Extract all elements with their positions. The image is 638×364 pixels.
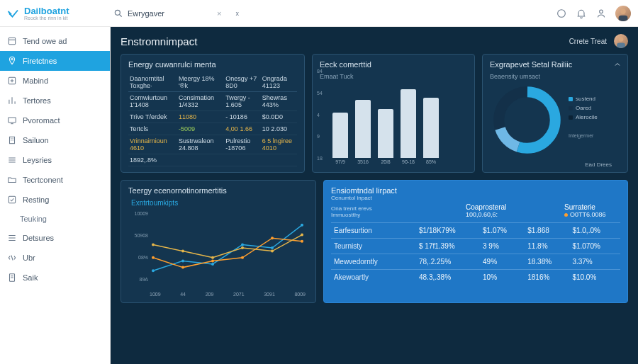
sidebar-item-resting[interactable]: Resting [0, 190, 110, 210]
sidebar-item-sailuon[interactable]: Sailuon [0, 130, 110, 150]
svg-point-27 [271, 237, 274, 239]
sidebar-label: Ubr [23, 254, 35, 262]
doc-icon [7, 273, 17, 283]
sidebar-item-tend[interactable]: Tend owe ad [0, 31, 110, 51]
search-box[interactable]: × x [111, 7, 242, 20]
chevron-up-icon[interactable] [613, 60, 622, 69]
swap-icon [7, 253, 17, 263]
plus-square-icon [7, 76, 17, 86]
menu-icon [7, 155, 17, 165]
line-svg [150, 211, 306, 285]
svg-rect-5 [9, 38, 15, 44]
line-series-label: Exntrtoumkipts [131, 199, 308, 207]
svg-point-29 [152, 243, 155, 246]
circle-icon[interactable] [556, 8, 567, 19]
table-row: Mewvedorntly78,.2.25%49%18.38%3.37% [331, 254, 620, 270]
svg-point-31 [211, 256, 214, 259]
line-y-axis: 10009 50908 08% 89A [128, 211, 148, 282]
svg-point-25 [211, 259, 214, 262]
svg-point-12 [619, 37, 624, 42]
table-row: 1892,.8% [128, 154, 297, 166]
sidebar-label: Teuking [20, 215, 47, 223]
search-icon [113, 8, 123, 18]
svg-point-2 [600, 10, 603, 13]
energy-table-card: Energy cuwanrulci menta Daanorntital Tox… [121, 54, 305, 173]
impact-title: Ensiomtndal lirpact [331, 186, 423, 195]
impact-subtitle: Cenumtol inpact [331, 195, 423, 201]
sidebar-label: Resting [23, 195, 49, 204]
user-icon[interactable] [595, 8, 607, 19]
svg-point-32 [241, 246, 244, 249]
sidebar-item-teuking[interactable]: Teuking [0, 210, 110, 228]
svg-rect-4 [619, 15, 628, 21]
logo[interactable]: Dailboatnt Reock the rinn in kit [7, 6, 111, 21]
square-icon [7, 36, 17, 46]
logo-icon [7, 7, 20, 20]
card-title: Exgrapevet Setal Railiic [490, 60, 620, 69]
sidebar-item-detsures[interactable]: Detsures [0, 228, 110, 248]
svg-point-21 [271, 246, 274, 249]
sidebar-label: Saik [23, 273, 38, 282]
col-1: Meergy 18% '®k [177, 73, 224, 92]
energy-table: Daanorntital Toxghe· Meergy 18% '®k Ones… [128, 73, 297, 166]
svg-point-6 [11, 59, 13, 60]
bar-chart-card: Eeck comerttid Emaat Tuck 84 54 4 9 18 9… [312, 54, 475, 173]
svg-rect-13 [617, 43, 625, 49]
svg-point-28 [301, 240, 303, 243]
svg-point-3 [620, 8, 625, 13]
sidebar-label: Leysries [23, 156, 52, 164]
table-row: Comwiurtoun 1'1408 Consimation 1/4332 Tw… [128, 92, 297, 111]
sidebar-item-tecrt[interactable]: Tecrtconent [0, 170, 110, 190]
bar [423, 98, 439, 158]
bar [332, 113, 348, 158]
donut-legend: sustend Oared Alerocile Inteigermer [569, 96, 598, 157]
sidebar-label: Tecrtconent [23, 176, 63, 184]
pin-icon [7, 56, 17, 66]
logo-subtitle: Reock the rinn in kit [24, 16, 69, 21]
sidebar-item-leysries[interactable]: Leysries [0, 150, 110, 170]
line-chart: 10009 50908 08% 89A [128, 208, 308, 292]
create-button[interactable]: Crrete Treat [569, 38, 607, 45]
search-chip-2[interactable]: x [235, 10, 239, 17]
sidebar: Tend owe ad Firetctnes Mabind Tertores P… [0, 27, 111, 364]
line-x-axis: 100944209207130918009 [128, 292, 308, 297]
search-input[interactable] [128, 9, 213, 18]
svg-point-23 [152, 256, 155, 259]
impact-table: Earfesurtion$1/18K79%$1.07%$1.868$1.0,.0… [331, 222, 620, 285]
card-subtitle: Emaat Tuck [320, 73, 467, 80]
svg-point-30 [181, 250, 184, 253]
impact-header: Ensiomtndal lirpact Cenumtol inpact Ona … [331, 186, 620, 218]
donut-card: Exgrapevet Setal Railiic Beaensity umsac… [482, 54, 628, 173]
svg-point-24 [181, 266, 184, 269]
sidebar-item-saik[interactable]: Saik [0, 268, 110, 288]
avatar[interactable] [615, 6, 631, 21]
svg-point-34 [301, 234, 303, 237]
sidebar-item-ubr[interactable]: Ubr [0, 248, 110, 268]
bell-icon[interactable] [576, 8, 587, 19]
bar [378, 109, 393, 158]
sidebar-item-pvoromact[interactable]: Pvoromact [0, 110, 110, 130]
sidebar-item-tertores[interactable]: Tertores [0, 91, 110, 110]
svg-point-22 [301, 224, 303, 227]
svg-point-1 [558, 9, 566, 17]
impact-card: Ensiomtndal lirpact Cenumtol inpact Ona … [323, 180, 628, 303]
sidebar-item-firetctnes[interactable]: Firetctnes [0, 51, 110, 71]
svg-point-17 [152, 269, 155, 272]
col-3: Ongrada 41123 [261, 73, 297, 92]
card-title: Energy cuwanrulci menta [128, 60, 297, 69]
sidebar-item-mabind[interactable]: Mabind [0, 71, 110, 91]
bar-chart [320, 80, 467, 158]
search-clear-icon[interactable]: × [217, 9, 221, 18]
sidebar-label: Tertores [23, 96, 51, 105]
svg-point-18 [181, 259, 184, 262]
check-square-icon [7, 195, 17, 205]
card-title: Teergy ecenornotinormertitis [128, 186, 308, 195]
svg-rect-9 [10, 137, 15, 143]
table-row: Tertcls -5009 4,00 1.66 10 2.030 [128, 123, 297, 135]
donut-chart [490, 83, 564, 157]
col-2: Onesgy +7 8D0 [224, 73, 261, 92]
bar-x-axis: 97/9351620i890-1885% [320, 159, 467, 164]
col-0: Daanorntital Toxghe· [128, 73, 177, 92]
page-avatar[interactable] [614, 34, 628, 48]
page-title: Enstromnimpact [121, 35, 197, 47]
